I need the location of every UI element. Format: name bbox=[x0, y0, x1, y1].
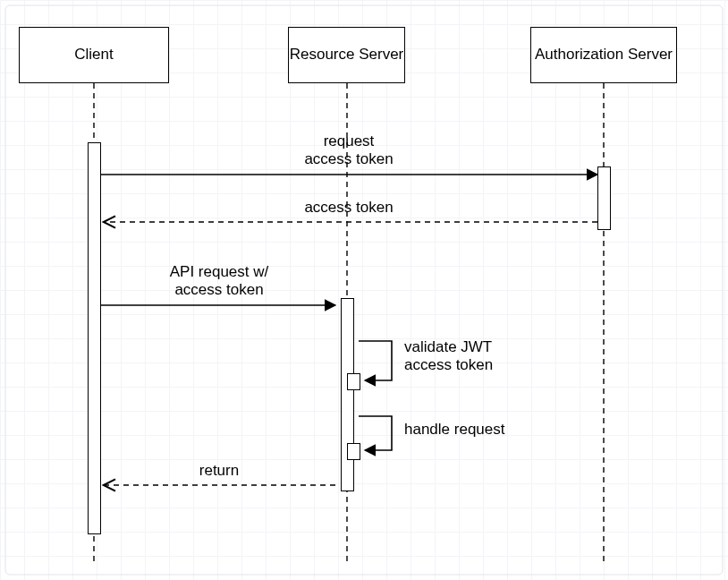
participant-client: Client bbox=[19, 27, 169, 83]
activation-authorization-server bbox=[597, 166, 611, 230]
activation-resource-server-self-1 bbox=[347, 373, 360, 390]
participant-client-label: Client bbox=[74, 46, 113, 64]
participant-authorization-server: Authorization Server bbox=[530, 27, 677, 83]
activation-client bbox=[88, 142, 101, 534]
msg-label-request-access-token: request access token bbox=[116, 132, 581, 169]
msg-label-handle-request: handle request bbox=[404, 421, 504, 439]
msg-label-api-request: API request w/ access token bbox=[107, 263, 331, 300]
msg-label-validate-jwt: validate JWT access token bbox=[404, 338, 493, 375]
msg-arrow-handle-request bbox=[359, 416, 392, 450]
msg-label-return: return bbox=[107, 462, 331, 480]
participant-resource-server-label: Resource Server bbox=[290, 46, 404, 64]
msg-arrow-validate-jwt bbox=[359, 341, 392, 380]
msg-label-access-token: access token bbox=[116, 199, 581, 217]
participant-authorization-server-label: Authorization Server bbox=[535, 46, 673, 64]
activation-resource-server bbox=[341, 298, 354, 491]
activation-resource-server-self-2 bbox=[347, 443, 360, 460]
participant-resource-server: Resource Server bbox=[288, 27, 405, 83]
